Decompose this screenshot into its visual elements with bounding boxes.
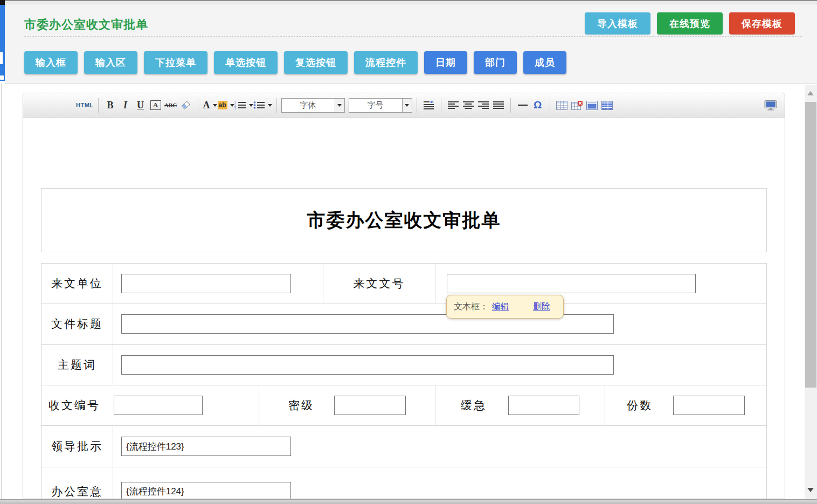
table-properties-button[interactable] <box>585 97 600 113</box>
scroll-down-arrow-icon[interactable] <box>807 488 814 492</box>
numbered-list-button[interactable]: 1 2 3 <box>234 97 253 113</box>
label-office-opinion: 办公室意 <box>41 467 113 499</box>
editor-document[interactable]: 市委办公室收文审批单 来文单位 来文文号 文件标题 主题词 <box>23 118 785 499</box>
maximize-button[interactable] <box>763 97 778 113</box>
delete-table-icon <box>571 101 583 110</box>
table-row: 领导批示 <box>41 425 766 467</box>
combo-arrow[interactable] <box>335 99 344 112</box>
toolbar-separator <box>98 98 99 113</box>
header-divider <box>24 36 802 37</box>
table-row: 收文编号 密级 缓急 份数 <box>41 385 766 425</box>
add-textarea-button[interactable]: 输入区 <box>84 51 137 74</box>
cell-copies: 份数 <box>605 385 766 425</box>
scrollbar-thumb[interactable] <box>805 102 816 388</box>
rich-text-editor: HTML B I U A ABC A ab 1 2 <box>23 93 785 499</box>
chevron-down-icon <box>268 104 272 107</box>
remove-format-button[interactable] <box>178 97 193 113</box>
table-row: 办公室意 <box>41 467 766 499</box>
align-right-icon <box>478 101 489 109</box>
chevron-down-icon <box>230 104 234 107</box>
cell-properties-button[interactable] <box>600 97 615 113</box>
italic-button[interactable]: I <box>118 97 133 113</box>
cell-office-opinion-input <box>113 467 766 499</box>
align-left-button[interactable] <box>446 97 461 113</box>
tooltip-edit-link[interactable]: 编辑 <box>492 301 509 313</box>
window-corner <box>0 0 5 5</box>
html-source-button[interactable]: HTML <box>76 97 94 113</box>
tooltip-delete-link[interactable]: 删除 <box>533 301 550 313</box>
align-justify-button[interactable] <box>491 97 506 113</box>
add-flow-control-button[interactable]: 流程控件 <box>354 51 418 74</box>
add-radio-button[interactable]: 单选按钮 <box>214 51 278 74</box>
table-icon <box>556 101 567 110</box>
copies-input[interactable] <box>673 396 745 415</box>
cell-receipt-no: 收文编号 <box>41 385 259 425</box>
window-top-edge <box>0 0 817 4</box>
receipt-no-input[interactable] <box>114 396 203 415</box>
source-unit-input[interactable] <box>121 274 291 293</box>
highlight-button[interactable]: ab <box>218 97 234 113</box>
chevron-down-icon <box>213 104 217 107</box>
scroll-up-arrow-icon[interactable] <box>807 91 814 95</box>
leader-comment-input[interactable] <box>121 437 291 456</box>
label-source-unit: 来文单位 <box>41 264 113 303</box>
add-dropdown-button[interactable]: 下拉菜单 <box>144 51 207 74</box>
indent-button[interactable] <box>421 97 437 113</box>
bullet-list-icon <box>253 101 265 109</box>
font-color-button[interactable]: A <box>203 97 218 113</box>
add-checkbox-button[interactable]: 复选按钮 <box>284 51 348 74</box>
font-size-value: 字号 <box>349 99 402 112</box>
bold-button[interactable]: B <box>103 97 118 113</box>
chevron-down-icon <box>337 104 342 107</box>
toolbar-separator <box>276 98 277 113</box>
align-center-button[interactable] <box>461 97 476 113</box>
editor-toolbar: HTML B I U A ABC A ab 1 2 <box>23 93 785 118</box>
online-preview-button[interactable]: 在线预览 <box>657 12 723 34</box>
horizontal-rule-icon <box>518 105 528 106</box>
font-color-letter: A <box>203 100 210 111</box>
delete-table-button[interactable] <box>570 97 585 113</box>
add-department-button[interactable]: 部门 <box>474 51 517 74</box>
field-tooltip: 文本框： 编辑 删除 <box>446 295 564 319</box>
import-template-button[interactable]: 导入模板 <box>585 12 650 34</box>
bullet-list-button[interactable] <box>253 97 272 113</box>
vertical-scrollbar[interactable] <box>805 85 817 499</box>
label-source-doc-no: 来文文号 <box>323 264 435 303</box>
save-template-button[interactable]: 保存模板 <box>729 12 795 34</box>
cell-subject-input <box>113 345 766 385</box>
special-char-button[interactable]: Ω <box>530 97 545 113</box>
background-text-fragment <box>0 52 3 64</box>
align-right-button[interactable] <box>476 97 491 113</box>
add-input-box-button[interactable]: 输入框 <box>24 51 78 74</box>
horizontal-rule-button[interactable] <box>515 97 530 113</box>
label-leader-comment: 领导批示 <box>41 426 113 467</box>
font-size-select[interactable]: 字号 <box>349 98 412 113</box>
secrecy-input[interactable] <box>334 396 406 415</box>
cell-properties-icon <box>601 101 613 110</box>
cell-secrecy: 密级 <box>259 385 435 425</box>
combo-arrow[interactable] <box>402 99 412 112</box>
strikethrough-button[interactable]: ABC <box>163 97 178 113</box>
toolbar-separator <box>510 98 511 113</box>
table-row: 主题词 <box>41 344 766 385</box>
source-doc-no-input[interactable] <box>447 274 696 293</box>
insert-table-button[interactable] <box>555 97 570 113</box>
underline-button[interactable]: U <box>133 97 148 113</box>
font-family-select[interactable]: 字体 <box>281 98 345 113</box>
cell-doc-title-input <box>113 303 766 344</box>
office-opinion-input[interactable] <box>121 482 291 500</box>
field-type-toolbar: 输入框 输入区 下拉菜单 单选按钮 复选按钮 流程控件 日期 部门 成员 <box>24 51 566 74</box>
eraser-icon <box>180 100 192 110</box>
add-date-button[interactable]: 日期 <box>424 51 467 74</box>
table-properties-icon <box>586 101 598 110</box>
font-format-button[interactable]: A <box>148 97 163 113</box>
table-row: 文件标题 <box>41 303 766 344</box>
add-member-button[interactable]: 成员 <box>523 51 566 74</box>
align-left-icon <box>448 101 459 109</box>
header-actions: 导入模板 在线预览 保存模板 <box>585 12 795 34</box>
indent-icon <box>424 101 434 109</box>
urgency-input[interactable] <box>508 396 579 415</box>
subject-input[interactable] <box>121 355 614 375</box>
form-table: 来文单位 来文文号 文件标题 主题词 <box>41 263 767 499</box>
chevron-down-icon <box>405 104 409 107</box>
